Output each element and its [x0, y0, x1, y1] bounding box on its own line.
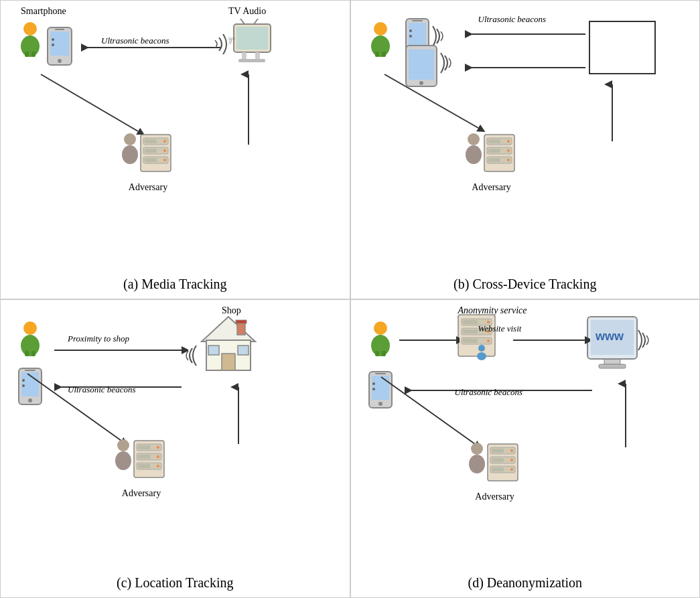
- tv-device-a: ☞: [228, 17, 282, 70]
- svg-point-126: [471, 443, 483, 455]
- arrow-up-d: [612, 377, 639, 451]
- svg-point-89: [157, 455, 159, 458]
- ultrasonic-label-b: Ultrasonic beacons: [478, 14, 546, 25]
- svg-point-90: [157, 465, 159, 467]
- svg-rect-14: [255, 52, 260, 59]
- svg-line-16: [240, 19, 244, 24]
- shop-icon-c: [198, 313, 259, 376]
- sound-waves-monitor-d: [636, 328, 654, 355]
- caption-d: (d) Deanonymization: [468, 575, 583, 591]
- svg-point-42: [409, 35, 412, 38]
- arrow-website-visit-d2: [510, 333, 590, 347]
- adversary-label-a: Adversary: [118, 182, 178, 193]
- svg-rect-2: [25, 52, 29, 57]
- user-icon-d: [366, 320, 395, 360]
- svg-rect-13: [242, 52, 247, 59]
- svg-rect-92: [138, 455, 150, 459]
- svg-point-107: [374, 321, 387, 335]
- arrow-up-c: [225, 380, 252, 447]
- user-icon-c: [15, 320, 45, 360]
- svg-rect-36: [382, 52, 386, 57]
- svg-point-27: [163, 140, 166, 143]
- svg-point-21: [124, 133, 136, 145]
- website-visit-label-d: Website visit: [478, 323, 522, 334]
- svg-rect-137: [492, 467, 504, 471]
- svg-line-48: [384, 74, 478, 128]
- arrow-user-to-adversary-c: [21, 367, 135, 447]
- arrow-up-b: [599, 78, 626, 145]
- svg-point-0: [23, 22, 37, 35]
- svg-point-34: [371, 35, 390, 57]
- arrow-ultrasonic-b1: [458, 27, 592, 41]
- quadrant-c: Shop: [0, 299, 350, 599]
- quadrant-b: Ultrasonic beacons: [350, 0, 701, 299]
- svg-point-49: [468, 133, 480, 145]
- arrow-user-to-adversary-a: [34, 68, 148, 135]
- svg-line-20: [41, 74, 138, 131]
- svg-point-132: [510, 449, 513, 452]
- svg-rect-76: [238, 346, 249, 355]
- svg-rect-75: [208, 346, 219, 355]
- svg-rect-58: [488, 139, 500, 143]
- svg-point-105: [478, 345, 485, 352]
- svg-rect-35: [375, 52, 379, 57]
- svg-rect-30: [145, 139, 157, 143]
- arrow-user-to-adversary-b: [378, 68, 492, 135]
- svg-point-28: [163, 149, 166, 152]
- sound-waves-tv-a: [208, 31, 230, 60]
- svg-point-55: [507, 140, 510, 143]
- svg-point-29: [163, 159, 166, 161]
- svg-rect-91: [138, 445, 150, 449]
- svg-rect-7: [55, 29, 64, 30]
- caption-c: (c) Location Tracking: [117, 575, 233, 591]
- svg-point-62: [23, 321, 37, 335]
- svg-line-81: [27, 374, 121, 441]
- adversary-b: Adversary: [462, 131, 522, 193]
- smartphone-device-a: [46, 26, 73, 69]
- adversary-a: Adversary: [118, 131, 178, 193]
- svg-rect-111: [604, 359, 620, 364]
- svg-rect-12: [236, 27, 268, 50]
- adversary-d: Adversary: [465, 441, 525, 502]
- svg-point-33: [374, 22, 387, 35]
- svg-point-134: [510, 468, 513, 471]
- quadrant-a: Smartphone TV Audio: [0, 0, 350, 299]
- svg-point-83: [115, 451, 131, 470]
- svg-rect-59: [488, 149, 500, 153]
- svg-rect-40: [412, 20, 423, 21]
- beacon-source-b: [589, 21, 656, 74]
- svg-point-106: [477, 352, 486, 360]
- arrow-user-to-adversary-d: [374, 370, 488, 451]
- svg-line-125: [381, 377, 475, 444]
- svg-point-82: [117, 439, 129, 451]
- svg-rect-31: [145, 149, 157, 153]
- svg-point-133: [510, 459, 513, 461]
- svg-rect-60: [488, 158, 500, 162]
- svg-rect-102: [463, 320, 478, 324]
- adversary-label-d: Adversary: [465, 492, 525, 502]
- caption-b: (b) Cross-Device Tracking: [453, 277, 596, 292]
- anonymity-server-d: [455, 313, 505, 363]
- svg-rect-3: [31, 52, 36, 57]
- svg-point-1: [21, 35, 40, 57]
- svg-point-22: [122, 145, 138, 164]
- svg-marker-72: [202, 317, 255, 342]
- svg-rect-32: [145, 158, 157, 162]
- svg-point-63: [21, 335, 40, 356]
- proximity-label-c: Proximity to shop: [68, 333, 129, 344]
- svg-point-57: [507, 159, 510, 161]
- svg-rect-15: [238, 59, 265, 62]
- svg-point-6: [58, 59, 62, 63]
- user-icon-a: [15, 21, 45, 60]
- tv-label: TV Audio: [228, 6, 266, 17]
- svg-rect-65: [31, 351, 36, 356]
- svg-rect-64: [25, 351, 29, 356]
- svg-rect-5: [50, 31, 69, 56]
- svg-rect-103: [463, 329, 478, 333]
- adversary-label-c: Adversary: [111, 488, 171, 499]
- svg-point-41: [409, 29, 412, 32]
- adversary-c: Adversary: [111, 437, 171, 499]
- caption-a: (a) Media Tracking: [123, 277, 226, 292]
- svg-rect-93: [138, 464, 150, 468]
- user-icon-b: [366, 21, 395, 60]
